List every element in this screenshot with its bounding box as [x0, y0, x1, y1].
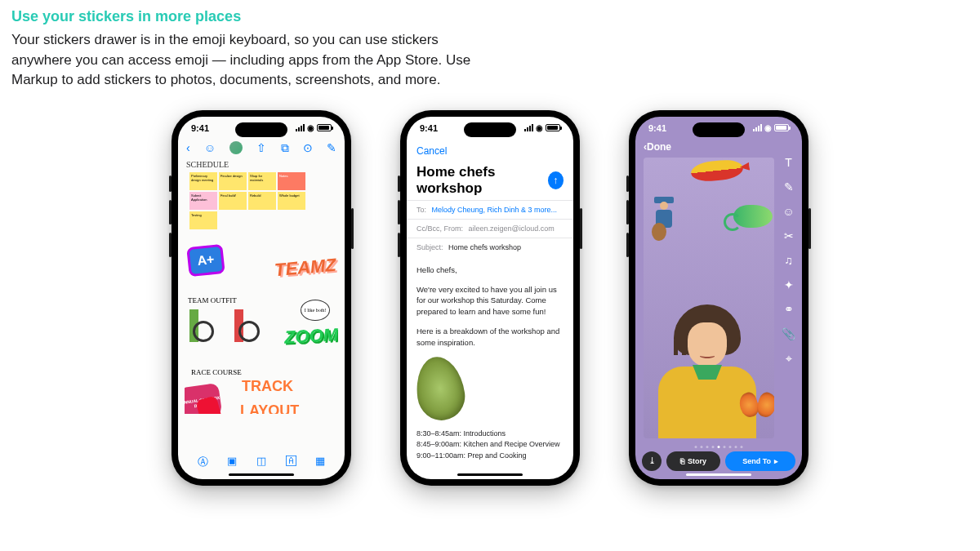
cut-tool-icon[interactable]: ✂: [784, 229, 794, 242]
download-button[interactable]: ⤓: [642, 451, 662, 471]
signal-icon: [753, 124, 762, 131]
schedule-line: 8:30–8:45am: Introductions: [416, 429, 564, 440]
chameleon-sticker[interactable]: [733, 205, 773, 228]
location-tool-icon[interactable]: ⌖: [786, 352, 792, 366]
whiteboard-bottom-toolbar: Ⓐ ▣ ◫ 🄰 ▦: [178, 455, 345, 469]
battery-icon: [546, 124, 560, 131]
mail-body[interactable]: Hello chefs, We're very excited to have …: [407, 256, 573, 469]
sticky-note[interactable]: Testing: [189, 211, 217, 229]
attach-tool-icon[interactable]: 📎: [782, 327, 795, 340]
dynamic-island: [464, 122, 516, 137]
sparkle-tool-icon[interactable]: ✦: [784, 278, 794, 291]
battery-icon: [774, 124, 789, 131]
avatar[interactable]: [229, 141, 243, 154]
schedule-title: SCHEDULE: [178, 157, 345, 172]
send-to-button[interactable]: Send To ▸: [725, 451, 795, 471]
compose-icon[interactable]: ✎: [327, 141, 336, 154]
signal-icon: [296, 124, 305, 131]
share-icon[interactable]: ⇧: [256, 141, 266, 154]
mail-title: Home chefs workshop: [416, 164, 548, 197]
cancel-button[interactable]: Cancel: [416, 145, 447, 157]
paragraph: Here is a breakdown of the workshop and …: [416, 326, 564, 349]
vegetable-sticker[interactable]: [412, 353, 468, 423]
sticky-note[interactable]: Finalize design: [219, 172, 247, 190]
outfit-label: TEAM OUTFIT: [188, 296, 237, 304]
bike-sketch: [189, 309, 279, 342]
dynamic-island: [693, 122, 745, 137]
teamz-sticker[interactable]: TEAMZ: [274, 255, 337, 282]
smile-icon[interactable]: ☺: [204, 141, 216, 154]
race-label: RACE COURSE: [191, 368, 242, 376]
butterfly-sticker[interactable]: [740, 393, 774, 422]
done-button[interactable]: Done: [647, 141, 671, 153]
aplus-sticker[interactable]: A+: [186, 244, 225, 277]
sticky-note[interactable]: Submit Application: [189, 192, 217, 210]
text-tool-icon[interactable]: T: [785, 156, 792, 169]
section-description: Your stickers drawer is in the emoji key…: [11, 30, 485, 91]
zoom-sticker[interactable]: ZOOM: [283, 324, 338, 348]
sticker-tool-icon[interactable]: ☺: [782, 205, 794, 218]
phone-mail: 9:41 ◉ Cancel Home chefs workshop ↑ To: …: [400, 110, 580, 486]
wifi-icon: ◉: [536, 123, 543, 132]
status-time: 9:41: [420, 123, 438, 133]
music-tool-icon[interactable]: ♫: [784, 254, 793, 267]
sticky-note[interactable]: Whole budget: [278, 192, 305, 210]
sticky-grid: Preliminary design meeting Finalize desi…: [178, 172, 345, 229]
more-icon[interactable]: ⊙: [303, 141, 313, 154]
shape-tool-icon[interactable]: ◫: [256, 455, 266, 469]
phone-whiteboard: 9:41 ◉ ‹ ☺ ⇧ ⧉ ⊙ ✎ SCHEDULE Preliminary …: [172, 110, 351, 486]
layout-word: LAYOUT: [240, 402, 299, 414]
subject-field[interactable]: Subject: Home chefs workshop: [407, 238, 573, 256]
page-dots: [695, 446, 743, 448]
sticky-note[interactable]: Notes: [278, 172, 305, 190]
to-field[interactable]: To: Melody Cheung, Rich Dinh & 3 more...: [407, 200, 573, 219]
editor-canvas[interactable]: [644, 158, 774, 438]
wifi-icon: ◉: [307, 123, 314, 132]
home-indicator[interactable]: [229, 473, 294, 476]
guitarist-sticker[interactable]: [647, 197, 681, 247]
marker-tool-icon[interactable]: Ⓐ: [198, 455, 208, 469]
sticky-note[interactable]: Shop for materials: [248, 172, 276, 190]
sticky-note[interactable]: Rebuild: [248, 192, 276, 210]
arrow-right-icon: ▸: [774, 457, 778, 465]
story-icon: ⎘: [680, 457, 684, 465]
media-tool-icon[interactable]: ▦: [315, 455, 325, 469]
blimp-sticker[interactable]: [690, 158, 744, 184]
back-icon[interactable]: ‹: [186, 141, 190, 154]
wifi-icon: ◉: [764, 123, 772, 132]
draw-tool-icon[interactable]: ✎: [784, 180, 794, 193]
editor-tool-column: T ✎ ☺ ✂ ♫ ✦ ⚭ 📎 ⌖: [782, 156, 795, 366]
section-heading: Use your stickers in more places: [11, 8, 969, 25]
text-tool-icon[interactable]: 🄰: [286, 455, 296, 469]
status-time: 9:41: [648, 123, 666, 133]
greeting: Hello chefs,: [416, 264, 564, 276]
dynamic-island: [235, 122, 287, 137]
battery-icon: [317, 124, 332, 131]
schedule-line: 9:00–11:00am: Prep and Cooking: [416, 451, 564, 462]
phone-editor: 9:41 ◉ ‹ Done: [629, 110, 808, 486]
home-indicator[interactable]: [457, 473, 523, 476]
story-button[interactable]: ⎘ Story: [666, 451, 720, 471]
copy-icon[interactable]: ⧉: [281, 141, 289, 155]
signal-icon: [524, 124, 533, 131]
whiteboard-top-toolbar: ‹ ☺ ⇧ ⧉ ⊙ ✎: [178, 140, 345, 157]
status-time: 9:41: [191, 123, 209, 133]
sticky-note[interactable]: Preliminary design meeting: [189, 172, 217, 190]
phone-gallery: 9:41 ◉ ‹ ☺ ⇧ ⧉ ⊙ ✎ SCHEDULE Preliminary …: [11, 110, 969, 486]
sticky-note[interactable]: Final build!: [219, 192, 247, 210]
speech-bubble: I like both!: [301, 300, 330, 321]
track-word: TRACK: [242, 378, 293, 395]
sticky-tool-icon[interactable]: ▣: [227, 455, 237, 469]
send-button[interactable]: ↑: [548, 171, 564, 189]
paragraph: We're very excited to have you all join …: [416, 284, 564, 318]
home-indicator[interactable]: [686, 473, 751, 476]
link-tool-icon[interactable]: ⚭: [784, 303, 794, 316]
cc-field[interactable]: Cc/Bcc, From: aileen.zeigen@icloud.com: [407, 219, 573, 238]
schedule-line: 8:45–9:00am: Kitchen and Recipe Overview: [416, 439, 564, 451]
